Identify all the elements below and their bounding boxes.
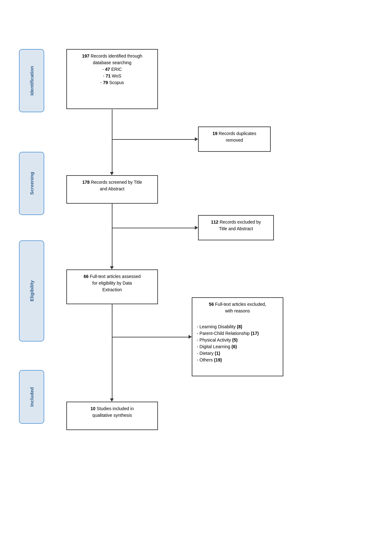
phase-screening: Screening bbox=[19, 152, 44, 215]
box-excluded-title: 112 Records excluded byTitle and Abstrac… bbox=[198, 215, 274, 240]
box-identification: 197 Records identified through database … bbox=[66, 49, 158, 109]
arrow-id-to-screen-v bbox=[112, 109, 112, 173]
arrowhead-down-2 bbox=[110, 266, 114, 269]
box-excluded-fulltext: 56 Full-text articles excluded,with reas… bbox=[192, 297, 283, 376]
phase-eligibility: Eligibility bbox=[19, 240, 44, 342]
prisma-diagram: Identification Screening Eligibility Inc… bbox=[0, 0, 392, 555]
box-eligibility: 66 Full-text articles assessed for eligi… bbox=[66, 269, 158, 304]
arrow-to-duplicates-h bbox=[112, 139, 197, 140]
box-included: 10 Studies included inqualitative synthe… bbox=[66, 402, 158, 430]
box-duplicates: 19 Records duplicatesremoved bbox=[198, 126, 271, 152]
arrow-screen-to-elig-v bbox=[112, 204, 112, 267]
arrowhead-right-2 bbox=[195, 226, 198, 230]
arrowhead-down-3 bbox=[110, 398, 114, 402]
arrowhead-right-3 bbox=[189, 335, 192, 339]
phase-identification: Identification bbox=[19, 49, 44, 112]
phase-included: Included bbox=[19, 370, 44, 424]
arrow-elig-to-inc-v bbox=[112, 304, 112, 399]
box-screening: 178 Records screened by Titleand Abstrac… bbox=[66, 175, 158, 204]
arrowhead-down-1 bbox=[110, 172, 114, 175]
arrowhead-right-1 bbox=[195, 137, 198, 141]
arrow-to-excluded-ft-h bbox=[112, 337, 191, 337]
arrow-to-excluded-title-h bbox=[112, 228, 197, 228]
